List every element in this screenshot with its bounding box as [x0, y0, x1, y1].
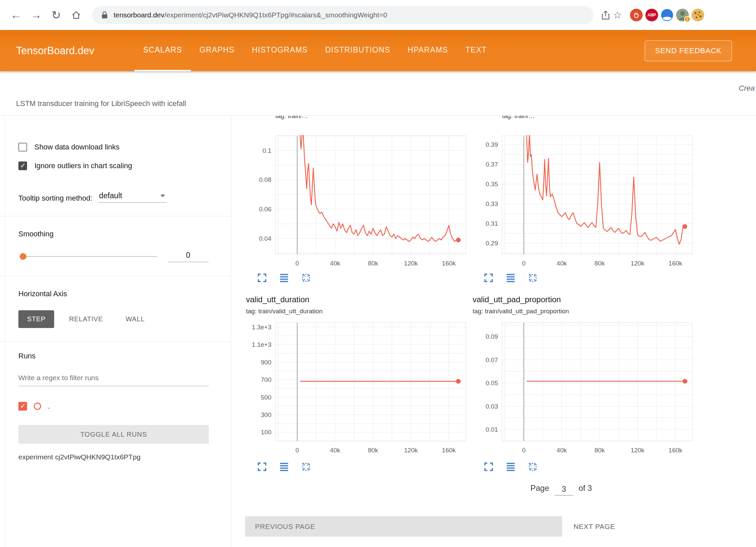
y-axis-toggle-icon[interactable] — [505, 272, 516, 283]
dashboard-content: Show data download links Ignore outliers… — [0, 116, 756, 547]
svg-text:100: 100 — [261, 429, 271, 436]
svg-text:40k: 40k — [556, 260, 567, 267]
slider-thumb[interactable] — [20, 253, 26, 260]
smoothing-value-input[interactable] — [168, 251, 209, 262]
url-domain: tensorboard.dev — [114, 11, 164, 19]
tab-text[interactable]: TEXT — [457, 30, 496, 71]
section-divider — [0, 341, 231, 342]
send-feedback-button[interactable]: SEND FEEDBACK — [645, 40, 732, 61]
runs-regex-input[interactable] — [18, 374, 209, 386]
chart-toolbar — [483, 461, 538, 472]
smoothing-row — [18, 250, 209, 262]
svg-text:300: 300 — [261, 411, 271, 418]
run-checkbox[interactable] — [18, 402, 27, 411]
url-bar[interactable]: tensorboard.dev/experiment/cj2vtPiwQHKN9… — [92, 6, 594, 24]
abp-extension-icon[interactable]: ABP — [645, 9, 658, 21]
svg-text:0.31: 0.31 — [486, 220, 498, 227]
svg-text:0.06: 0.06 — [259, 206, 271, 213]
adblock-extension-icon[interactable] — [630, 9, 643, 21]
svg-text:0.29: 0.29 — [486, 240, 498, 247]
cookie-extension-icon[interactable] — [691, 9, 704, 21]
chart-train-metric-top-right: 0.290.310.330.350.370.39040k80k120k160k — [475, 134, 695, 271]
nav-tabs: SCALARS GRAPHS HISTOGRAMS DISTRIBUTIONS … — [134, 30, 495, 71]
toggle-all-runs-button[interactable]: TOGGLE ALL RUNS — [18, 425, 209, 444]
y-axis-toggle-icon[interactable] — [505, 461, 516, 472]
experiment-description: LSTM transducer training for LibriSpeech… — [16, 99, 186, 108]
fullscreen-icon[interactable] — [483, 461, 494, 472]
svg-text:160k: 160k — [668, 260, 682, 267]
tooltip-sorting-label: Tooltip sorting method: — [18, 194, 92, 203]
tooltip-sorting-dropdown[interactable]: default — [98, 191, 167, 203]
svg-text:0.1: 0.1 — [263, 147, 271, 154]
blue-extension-icon[interactable] — [661, 9, 673, 21]
ignore-outliers-label: Ignore outliers in chart scaling — [34, 161, 132, 170]
axis-wall-button[interactable]: WALL — [118, 310, 153, 328]
page-label: Page — [530, 483, 549, 493]
tab-graphs[interactable]: GRAPHS — [191, 30, 243, 71]
tab-distributions[interactable]: DISTRIBUTIONS — [317, 30, 399, 71]
sidebar-edge-line — [5, 116, 5, 547]
cookie-icon — [691, 9, 704, 21]
experiment-id-text: experiment cj2vtPiwQHKN9Q1tx6PTpg — [18, 453, 209, 461]
svg-text:80k: 80k — [368, 447, 378, 454]
svg-text:80k: 80k — [595, 447, 605, 454]
svg-text:0.39: 0.39 — [486, 141, 498, 148]
svg-text:40k: 40k — [330, 447, 340, 454]
chart-train-metric-top-left: 0.040.060.080.1040k80k120k160k — [248, 134, 469, 271]
page-of-label: of 3 — [579, 483, 592, 493]
page-number-input[interactable] — [554, 485, 573, 496]
svg-text:120k: 120k — [404, 260, 418, 267]
tab-scalars[interactable]: SCALARS — [134, 30, 191, 71]
show-download-checkbox[interactable] — [18, 143, 27, 151]
created-text-partial: Crea — [739, 84, 755, 93]
tab-hparams[interactable]: HPARAMS — [399, 30, 457, 71]
svg-text:0.03: 0.03 — [486, 403, 498, 410]
fit-domain-icon[interactable] — [301, 272, 311, 283]
run-row: . — [18, 401, 209, 412]
svg-text:0: 0 — [295, 447, 299, 454]
smoothing-slider[interactable] — [22, 256, 157, 257]
blue-circle-icon — [661, 9, 673, 21]
y-axis-toggle-icon[interactable] — [279, 461, 289, 472]
y-axis-toggle-icon[interactable] — [279, 272, 289, 283]
svg-text:1.1e+3: 1.1e+3 — [252, 341, 271, 348]
fullscreen-icon[interactable] — [257, 461, 267, 472]
share-button[interactable] — [601, 10, 610, 20]
svg-text:120k: 120k — [631, 260, 645, 267]
axis-relative-button[interactable]: RELATIVE — [61, 310, 111, 328]
ignore-outliers-checkbox[interactable] — [18, 161, 27, 170]
next-page-button[interactable]: NEXT PAGE — [574, 516, 615, 537]
section-divider — [0, 216, 231, 216]
app-logo[interactable]: TensorBoard.dev — [16, 45, 94, 57]
svg-text:160k: 160k — [442, 260, 456, 267]
fullscreen-icon[interactable] — [483, 272, 494, 283]
svg-text:0.09: 0.09 — [486, 333, 498, 340]
axis-step-button[interactable]: STEP — [18, 310, 54, 328]
tooltip-sorting-row: Tooltip sorting method: default — [18, 189, 209, 203]
tab-histograms[interactable]: HISTOGRAMS — [243, 30, 317, 71]
abp-label: ABP — [647, 13, 656, 17]
svg-text:0.33: 0.33 — [486, 200, 498, 207]
chart-tag: tag: train/valid_utt_pad_proportion — [473, 308, 569, 315]
refresh-button[interactable]: ↻ — [47, 6, 65, 24]
url-text: tensorboard.dev/experiment/cj2vtPiwQHKN9… — [114, 11, 387, 19]
back-button[interactable]: ← — [7, 6, 25, 24]
fit-domain-icon[interactable] — [301, 461, 311, 472]
previous-page-button[interactable]: PREVIOUS PAGE — [245, 516, 562, 537]
lock-icon — [101, 11, 108, 19]
home-button[interactable] — [68, 6, 85, 24]
chart-title: valid_utt_pad_proportion — [473, 295, 561, 304]
bookmark-star-button[interactable]: ☆ — [613, 9, 622, 21]
fit-domain-icon[interactable] — [527, 272, 538, 283]
profile-avatar[interactable]: 1 — [676, 9, 689, 21]
chart-toolbar — [257, 461, 311, 472]
fit-domain-icon[interactable] — [527, 461, 538, 472]
svg-text:0.07: 0.07 — [486, 356, 498, 363]
forward-button[interactable]: → — [27, 6, 45, 24]
horizontal-axis-label: Horizontal Axis — [18, 290, 209, 298]
share-icon — [601, 10, 610, 20]
fullscreen-icon[interactable] — [257, 272, 267, 283]
svg-text:0: 0 — [522, 260, 526, 267]
svg-text:0.37: 0.37 — [486, 161, 498, 168]
run-color-swatch — [34, 403, 41, 410]
